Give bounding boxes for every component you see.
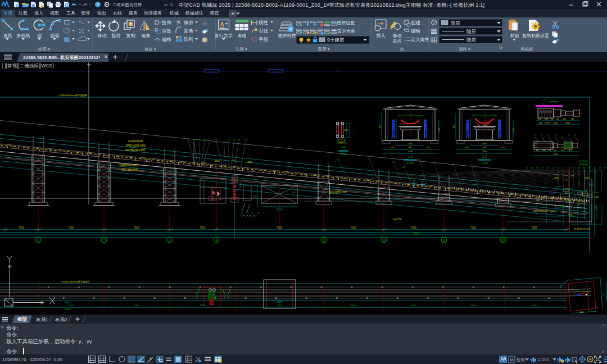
svg-text:25: 25 xyxy=(252,211,255,214)
svg-text:6: 6 xyxy=(548,134,550,136)
svg-text:15: 15 xyxy=(470,164,473,167)
svg-text:1800: 1800 xyxy=(482,143,487,145)
svg-text:1000: 1000 xyxy=(339,141,344,143)
svg-text:1150: 1150 xyxy=(500,147,505,149)
svg-text:(1040): (1040) xyxy=(568,214,573,216)
svg-text:1947: 1947 xyxy=(565,122,570,124)
svg-text:1150: 1150 xyxy=(464,147,469,149)
svg-text:800: 800 xyxy=(379,125,381,128)
svg-text:[-][前视][二维线框][WCS]: [-][前视][二维线框][WCS] xyxy=(2,63,54,69)
svg-text:800: 800 xyxy=(453,125,455,128)
svg-text:11: 11 xyxy=(337,158,340,161)
svg-text:12: 12 xyxy=(442,239,446,242)
svg-text:750: 750 xyxy=(254,195,256,198)
svg-text:(5): (5) xyxy=(554,149,556,152)
svg-text:机尾外罩: 机尾外罩 xyxy=(578,163,588,166)
svg-text:8: 8 xyxy=(555,134,556,136)
svg-text:165: 165 xyxy=(603,293,605,297)
svg-text:6: 6 xyxy=(38,239,39,242)
svg-text:JAEYBa19b-2400: JAEYBa19b-2400 xyxy=(125,149,145,152)
svg-text:7500: 7500 xyxy=(351,304,356,307)
svg-text:1040: 1040 xyxy=(585,177,589,179)
svg-text:980: 980 xyxy=(539,122,542,124)
svg-text:283: 283 xyxy=(542,149,546,152)
svg-text:?: ? xyxy=(97,2,99,7)
svg-text:13: 13 xyxy=(392,161,395,163)
svg-text:7500: 7500 xyxy=(532,226,538,229)
svg-text:10: 10 xyxy=(322,239,325,242)
svg-text:1800: 1800 xyxy=(408,143,413,145)
svg-text:7500: 7500 xyxy=(531,304,537,307)
svg-text:PPE2-A009-2400: PPE2-A009-2400 xyxy=(126,144,146,147)
svg-text:7500: 7500 xyxy=(277,304,282,307)
svg-text:23: 23 xyxy=(567,166,570,169)
svg-text:7500: 7500 xyxy=(19,226,25,229)
svg-text:400: 400 xyxy=(580,311,583,313)
svg-text:13: 13 xyxy=(501,239,505,242)
svg-text:170: 170 xyxy=(438,128,441,131)
svg-text:90: 90 xyxy=(551,118,553,120)
svg-text:56: 56 xyxy=(588,166,591,169)
svg-text:17: 17 xyxy=(228,138,230,141)
svg-text:45: 45 xyxy=(543,99,545,102)
svg-text:45: 45 xyxy=(418,158,420,161)
svg-text:283: 283 xyxy=(545,118,548,120)
svg-text:46: 46 xyxy=(452,163,455,166)
svg-text:25: 25 xyxy=(562,166,565,169)
svg-text:44: 44 xyxy=(578,166,581,169)
svg-text:1500: 1500 xyxy=(239,183,242,188)
svg-text:549: 549 xyxy=(586,212,589,214)
svg-text:0618: 0618 xyxy=(589,184,594,186)
svg-text:9: 9 xyxy=(216,239,218,242)
svg-text:500: 500 xyxy=(345,129,348,131)
svg-text:1: 1 xyxy=(534,134,536,136)
svg-text:TMM2004L-9900: TMM2004L-9900 xyxy=(119,164,139,167)
svg-text:12: 12 xyxy=(433,161,436,164)
svg-text:7500: 7500 xyxy=(470,226,477,229)
svg-text:7500: 7500 xyxy=(68,304,74,307)
svg-text:参考图集: 参考图集 xyxy=(549,100,558,103)
svg-text:58: 58 xyxy=(203,138,206,141)
svg-text:(5): (5) xyxy=(556,118,559,120)
svg-text:AILNATD036: AILNATD036 xyxy=(128,140,143,143)
svg-text:2-2: 2-2 xyxy=(482,155,487,158)
svg-text:146: 146 xyxy=(595,307,599,309)
svg-text:42: 42 xyxy=(526,166,528,169)
svg-text:7: 7 xyxy=(103,239,105,242)
svg-text:18: 18 xyxy=(233,138,235,141)
svg-text:5: 5 xyxy=(541,134,543,136)
svg-text:1:100: 1:100 xyxy=(340,153,347,156)
svg-text:26: 26 xyxy=(257,211,260,214)
svg-text:M: M xyxy=(510,357,514,362)
svg-text:35: 35 xyxy=(238,138,241,141)
svg-text:B=1000: B=1000 xyxy=(550,211,558,213)
svg-text:98 88#98 98 9 98: 98 88#98 98 9 98 xyxy=(574,228,590,230)
svg-text:4B: 4B xyxy=(292,191,295,194)
svg-text:26: 26 xyxy=(572,166,575,169)
svg-text:4400: 4400 xyxy=(215,160,220,162)
svg-text:B001: B001 xyxy=(567,201,571,203)
svg-text:5500: 5500 xyxy=(595,206,597,210)
svg-text:4600: 4600 xyxy=(247,161,253,163)
svg-text:(+0.75): (+0.75) xyxy=(393,218,402,221)
svg-text:170: 170 xyxy=(563,118,566,120)
svg-text:75000: 75000 xyxy=(413,232,420,235)
svg-text:11: 11 xyxy=(198,138,201,141)
svg-text:4: 4 xyxy=(568,134,570,136)
svg-text:700: 700 xyxy=(570,118,574,120)
svg-text:7500: 7500 xyxy=(65,301,70,304)
svg-text:(7000): (7000) xyxy=(276,208,283,211)
svg-text:53: 53 xyxy=(546,166,549,169)
svg-text:1:100: 1:100 xyxy=(407,162,414,165)
svg-text:11: 11 xyxy=(383,239,386,242)
svg-text:1040: 1040 xyxy=(587,289,590,293)
svg-text:44: 44 xyxy=(402,166,405,169)
svg-text:7500: 7500 xyxy=(411,226,417,229)
svg-text:800: 800 xyxy=(409,147,412,149)
svg-text:(胶带宽)B=1000: (胶带宽)B=1000 xyxy=(329,190,347,194)
svg-text:20: 20 xyxy=(187,138,190,141)
svg-text:7500: 7500 xyxy=(351,226,357,229)
svg-text:900: 900 xyxy=(536,149,539,152)
svg-text:34: 34 xyxy=(193,138,196,141)
svg-text:549: 549 xyxy=(570,175,574,177)
